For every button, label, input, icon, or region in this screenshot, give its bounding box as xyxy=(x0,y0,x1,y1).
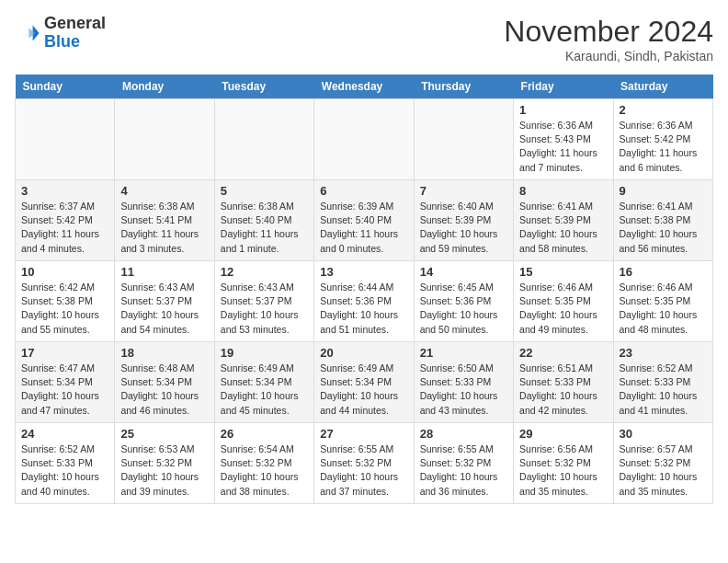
calendar-cell: 9Sunrise: 6:41 AMSunset: 5:38 PMDaylight… xyxy=(613,180,712,261)
calendar-cell: 16Sunrise: 6:46 AMSunset: 5:35 PMDayligh… xyxy=(613,261,712,342)
calendar-cell: 27Sunrise: 6:55 AMSunset: 5:32 PMDayligh… xyxy=(314,423,414,504)
calendar-cell: 6Sunrise: 6:39 AMSunset: 5:40 PMDaylight… xyxy=(314,180,414,261)
day-info: Sunrise: 6:39 AMSunset: 5:40 PMDaylight:… xyxy=(320,200,407,256)
day-number: 24 xyxy=(21,427,108,441)
logo-icon xyxy=(15,20,40,46)
day-info: Sunrise: 6:55 AMSunset: 5:32 PMDaylight:… xyxy=(420,442,507,499)
weekday-wednesday: Wednesday xyxy=(314,75,414,99)
day-number: 11 xyxy=(120,265,208,279)
calendar-cell: 30Sunrise: 6:57 AMSunset: 5:32 PMDayligh… xyxy=(613,423,712,504)
weekday-saturday: Saturday xyxy=(613,75,712,99)
day-number: 6 xyxy=(320,184,407,198)
day-number: 7 xyxy=(420,184,507,198)
calendar-cell: 5Sunrise: 6:38 AMSunset: 5:40 PMDaylight… xyxy=(214,180,313,261)
calendar-cell: 20Sunrise: 6:49 AMSunset: 5:34 PMDayligh… xyxy=(314,342,414,423)
calendar-week-5: 24Sunrise: 6:52 AMSunset: 5:33 PMDayligh… xyxy=(16,423,713,504)
calendar-week-4: 17Sunrise: 6:47 AMSunset: 5:34 PMDayligh… xyxy=(16,342,713,423)
day-info: Sunrise: 6:48 AMSunset: 5:34 PMDaylight:… xyxy=(120,362,208,418)
day-number: 22 xyxy=(519,346,607,360)
day-info: Sunrise: 6:42 AMSunset: 5:38 PMDaylight:… xyxy=(21,281,108,337)
logo: General Blue xyxy=(15,15,106,52)
page-header: General Blue November 2024 Karaundi, Sin… xyxy=(15,15,713,63)
day-info: Sunrise: 6:52 AMSunset: 5:33 PMDaylight:… xyxy=(620,362,707,418)
day-info: Sunrise: 6:54 AMSunset: 5:32 PMDaylight:… xyxy=(221,442,308,499)
calendar-cell: 12Sunrise: 6:43 AMSunset: 5:37 PMDayligh… xyxy=(214,261,313,342)
calendar-cell: 14Sunrise: 6:45 AMSunset: 5:36 PMDayligh… xyxy=(414,261,513,342)
day-number: 1 xyxy=(519,103,607,117)
day-number: 4 xyxy=(120,184,208,198)
day-number: 13 xyxy=(320,265,407,279)
day-number: 21 xyxy=(420,346,507,360)
calendar-cell: 23Sunrise: 6:52 AMSunset: 5:33 PMDayligh… xyxy=(613,342,712,423)
calendar-cell xyxy=(414,99,513,180)
day-info: Sunrise: 6:36 AMSunset: 5:42 PMDaylight:… xyxy=(620,119,707,175)
day-number: 19 xyxy=(221,346,308,360)
day-number: 26 xyxy=(221,427,308,441)
day-info: Sunrise: 6:56 AMSunset: 5:32 PMDaylight:… xyxy=(519,442,607,499)
month-title: November 2024 xyxy=(504,15,713,49)
day-info: Sunrise: 6:46 AMSunset: 5:35 PMDaylight:… xyxy=(620,281,707,337)
calendar-cell: 28Sunrise: 6:55 AMSunset: 5:32 PMDayligh… xyxy=(414,423,513,504)
calendar-cell: 18Sunrise: 6:48 AMSunset: 5:34 PMDayligh… xyxy=(115,342,214,423)
calendar-cell: 7Sunrise: 6:40 AMSunset: 5:39 PMDaylight… xyxy=(414,180,513,261)
day-info: Sunrise: 6:38 AMSunset: 5:40 PMDaylight:… xyxy=(221,200,308,256)
day-number: 3 xyxy=(21,184,108,198)
day-info: Sunrise: 6:40 AMSunset: 5:39 PMDaylight:… xyxy=(420,200,507,256)
day-number: 5 xyxy=(221,184,308,198)
day-info: Sunrise: 6:49 AMSunset: 5:34 PMDaylight:… xyxy=(320,362,407,418)
day-info: Sunrise: 6:53 AMSunset: 5:32 PMDaylight:… xyxy=(120,442,208,499)
day-info: Sunrise: 6:50 AMSunset: 5:33 PMDaylight:… xyxy=(420,362,507,418)
calendar-cell: 29Sunrise: 6:56 AMSunset: 5:32 PMDayligh… xyxy=(514,423,613,504)
day-number: 15 xyxy=(519,265,607,279)
weekday-monday: Monday xyxy=(115,75,214,99)
calendar-cell: 24Sunrise: 6:52 AMSunset: 5:33 PMDayligh… xyxy=(16,423,115,504)
calendar-week-1: 1Sunrise: 6:36 AMSunset: 5:43 PMDaylight… xyxy=(16,99,713,180)
day-number: 18 xyxy=(120,346,208,360)
day-info: Sunrise: 6:52 AMSunset: 5:33 PMDaylight:… xyxy=(21,442,108,499)
calendar-cell: 1Sunrise: 6:36 AMSunset: 5:43 PMDaylight… xyxy=(514,99,613,180)
day-info: Sunrise: 6:43 AMSunset: 5:37 PMDaylight:… xyxy=(221,281,308,337)
weekday-friday: Friday xyxy=(514,75,613,99)
logo-blue-text: Blue xyxy=(44,32,80,51)
day-info: Sunrise: 6:46 AMSunset: 5:35 PMDaylight:… xyxy=(519,281,607,337)
day-number: 16 xyxy=(620,265,707,279)
day-number: 2 xyxy=(620,103,707,117)
day-info: Sunrise: 6:49 AMSunset: 5:34 PMDaylight:… xyxy=(221,362,308,418)
day-info: Sunrise: 6:55 AMSunset: 5:32 PMDaylight:… xyxy=(320,442,407,499)
calendar-cell: 26Sunrise: 6:54 AMSunset: 5:32 PMDayligh… xyxy=(214,423,313,504)
day-info: Sunrise: 6:44 AMSunset: 5:36 PMDaylight:… xyxy=(320,281,407,337)
weekday-sunday: Sunday xyxy=(16,75,115,99)
day-number: 14 xyxy=(420,265,507,279)
calendar-cell: 3Sunrise: 6:37 AMSunset: 5:42 PMDaylight… xyxy=(16,180,115,261)
calendar-cell: 19Sunrise: 6:49 AMSunset: 5:34 PMDayligh… xyxy=(214,342,313,423)
day-number: 28 xyxy=(420,427,507,441)
calendar-cell: 21Sunrise: 6:50 AMSunset: 5:33 PMDayligh… xyxy=(414,342,513,423)
calendar-cell: 10Sunrise: 6:42 AMSunset: 5:38 PMDayligh… xyxy=(16,261,115,342)
day-number: 10 xyxy=(21,265,108,279)
calendar-body: 1Sunrise: 6:36 AMSunset: 5:43 PMDaylight… xyxy=(16,99,713,504)
calendar-table: SundayMondayTuesdayWednesdayThursdayFrid… xyxy=(15,75,713,504)
day-info: Sunrise: 6:57 AMSunset: 5:32 PMDaylight:… xyxy=(620,442,707,499)
calendar-cell xyxy=(115,99,214,180)
calendar-week-2: 3Sunrise: 6:37 AMSunset: 5:42 PMDaylight… xyxy=(16,180,713,261)
day-number: 29 xyxy=(519,427,607,441)
calendar-cell xyxy=(16,99,115,180)
day-number: 20 xyxy=(320,346,407,360)
day-info: Sunrise: 6:51 AMSunset: 5:33 PMDaylight:… xyxy=(519,362,607,418)
weekday-thursday: Thursday xyxy=(414,75,513,99)
day-info: Sunrise: 6:45 AMSunset: 5:36 PMDaylight:… xyxy=(420,281,507,337)
calendar-cell: 4Sunrise: 6:38 AMSunset: 5:41 PMDaylight… xyxy=(115,180,214,261)
calendar-cell: 17Sunrise: 6:47 AMSunset: 5:34 PMDayligh… xyxy=(16,342,115,423)
calendar-cell: 15Sunrise: 6:46 AMSunset: 5:35 PMDayligh… xyxy=(514,261,613,342)
day-info: Sunrise: 6:38 AMSunset: 5:41 PMDaylight:… xyxy=(120,200,208,256)
day-number: 27 xyxy=(320,427,407,441)
day-number: 25 xyxy=(120,427,208,441)
calendar-cell: 2Sunrise: 6:36 AMSunset: 5:42 PMDaylight… xyxy=(613,99,712,180)
day-info: Sunrise: 6:43 AMSunset: 5:37 PMDaylight:… xyxy=(120,281,208,337)
day-info: Sunrise: 6:47 AMSunset: 5:34 PMDaylight:… xyxy=(21,362,108,418)
day-number: 30 xyxy=(620,427,707,441)
day-info: Sunrise: 6:37 AMSunset: 5:42 PMDaylight:… xyxy=(21,200,108,256)
calendar-cell: 8Sunrise: 6:41 AMSunset: 5:39 PMDaylight… xyxy=(514,180,613,261)
calendar-cell: 22Sunrise: 6:51 AMSunset: 5:33 PMDayligh… xyxy=(514,342,613,423)
day-info: Sunrise: 6:41 AMSunset: 5:38 PMDaylight:… xyxy=(620,200,707,256)
